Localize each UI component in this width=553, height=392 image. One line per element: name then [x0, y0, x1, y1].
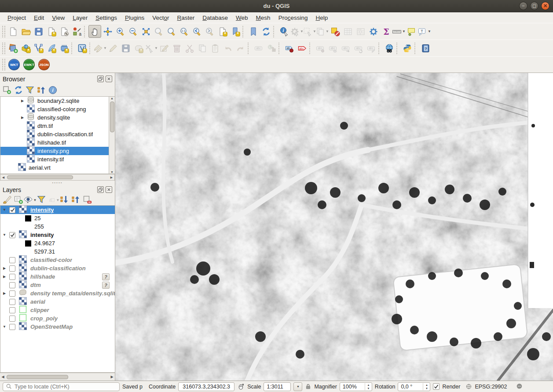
layer-item-openstreetmap[interactable]: ▼OpenStreetMap [0, 323, 115, 331]
zoom-to-selection-button[interactable] [152, 25, 165, 38]
layer-visibility-checkbox[interactable] [9, 316, 15, 322]
menu-raster[interactable]: Raster [173, 14, 199, 22]
filter-legend-button[interactable] [36, 195, 47, 205]
new-project-button[interactable] [7, 25, 19, 38]
layer-visibility-checkbox[interactable] [9, 307, 15, 313]
menu-help[interactable]: Help [311, 14, 332, 22]
locate-input[interactable] [15, 384, 117, 390]
properties-widget-button[interactable]: i [48, 85, 58, 96]
menu-plugins[interactable]: Plugins [121, 14, 148, 22]
scroll-thumb[interactable] [110, 102, 114, 132]
crs-globe-icon[interactable] [465, 383, 472, 390]
add-group-button[interactable] [13, 195, 24, 205]
show-bookmarks-button[interactable] [247, 25, 260, 38]
add-selected-layers-button[interactable] [2, 85, 12, 96]
expander-icon[interactable]: ▶ [0, 275, 8, 279]
layout-manager-button[interactable] [58, 25, 70, 38]
browser-float-button[interactable] [97, 76, 104, 82]
expand-all-button[interactable] [59, 195, 70, 205]
filter-by-expression-button[interactable]: ε▼ [48, 195, 58, 205]
scroll-right-arrow[interactable]: ▶ [109, 176, 114, 179]
menu-project[interactable]: Project [4, 14, 30, 22]
add-feature-button[interactable]: * [132, 42, 145, 54]
zoom-last-button[interactable] [190, 25, 203, 38]
browser-item-boundary2-sqlite[interactable]: ▶boundary2.sqlite [0, 97, 115, 105]
minimize-button[interactable]: − [519, 2, 527, 10]
layer-visibility-checkbox[interactable] [9, 232, 15, 238]
mouse-tracking-icon[interactable] [237, 383, 245, 390]
rotate-label-button[interactable]: abc [352, 42, 365, 54]
render-checkbox[interactable] [433, 383, 439, 390]
pan-map-button[interactable] [88, 25, 101, 38]
expander-icon[interactable]: ▶ [0, 266, 8, 270]
collapse-all-button[interactable] [36, 85, 47, 96]
layers-horizontal-scrollbar[interactable]: ◀ ▶ [0, 373, 115, 381]
processing-toolbox-button[interactable] [367, 25, 380, 38]
rotation-spinbox[interactable]: 0,0 ° ▲▼ [398, 382, 430, 391]
menu-view[interactable]: View [48, 14, 69, 22]
toggle-editing-button[interactable] [106, 42, 119, 54]
menu-edit[interactable]: Edit [30, 14, 48, 22]
vertex-tool-button[interactable]: ▼ [145, 42, 157, 54]
menu-web[interactable]: Web [232, 14, 252, 22]
measure-button[interactable]: ▼ [392, 25, 405, 38]
labeling-options-button[interactable]: ab [283, 42, 296, 54]
menu-processing[interactable]: Processing [275, 14, 312, 22]
layer-item-crop-poly[interactable]: crop_poly [0, 314, 115, 323]
statistical-summary-button[interactable]: Σ [380, 25, 392, 38]
python-console-button[interactable] [401, 42, 414, 54]
scroll-thumb[interactable] [7, 375, 68, 379]
select-by-value-button[interactable]: ▼ [316, 25, 329, 38]
scroll-left-arrow[interactable]: ◀ [0, 375, 6, 379]
layer-item-dublin-classification[interactable]: ▶dublin-classification [0, 264, 115, 272]
move-label-button[interactable]: abc [339, 42, 352, 54]
refresh-browser-button[interactable] [13, 85, 24, 96]
zoom-out-button[interactable] [127, 25, 139, 38]
panel-splitter[interactable]: ••••• [0, 181, 115, 185]
expander-icon[interactable]: ▶ [19, 116, 26, 120]
menu-vector[interactable]: Vector [148, 14, 173, 22]
expander-icon[interactable]: ▼ [0, 233, 8, 237]
open-attribute-table-button[interactable] [341, 25, 354, 38]
scroll-left-arrow[interactable]: ◀ [0, 176, 6, 179]
copy-features-button[interactable] [196, 42, 209, 54]
layer-item-hillshade[interactable]: ▶hillshade? [0, 272, 115, 281]
filter-browser-button[interactable] [25, 85, 35, 96]
add-vector-tile-button[interactable]: * [76, 42, 88, 54]
new-print-layout-button[interactable]: * [45, 25, 58, 38]
locate-box[interactable] [3, 382, 120, 391]
menu-database[interactable]: Database [198, 14, 232, 22]
help-button[interactable]: ? [419, 42, 432, 54]
identify-features-button[interactable]: i [278, 25, 290, 38]
scroll-up-arrow[interactable]: ▲ [110, 97, 114, 100]
magnifier-spinbox[interactable]: 100% ▲▼ [340, 382, 372, 391]
wkt-button[interactable]: WKT [8, 59, 20, 70]
zoom-full-button[interactable] [139, 25, 152, 38]
layer-visibility-checkbox[interactable] [9, 274, 15, 280]
layer-item-dtm[interactable]: dtm? [0, 281, 115, 289]
menu-layer[interactable]: Layer [69, 14, 92, 22]
browser-item-hillshade-tif[interactable]: hillshade.tif [0, 138, 115, 147]
delete-selected-button[interactable] [170, 42, 183, 54]
zoom-in-button[interactable] [114, 25, 127, 38]
save-project-button[interactable] [32, 25, 45, 38]
browser-item-density-sqlite[interactable]: ▶density.sqlite [0, 113, 115, 122]
layer-visibility-checkbox[interactable] [9, 324, 15, 330]
text-annotation-button[interactable]: T▼ [418, 25, 431, 38]
expander-icon[interactable]: ▼ [0, 325, 8, 329]
browser-item-intensity-png[interactable]: intensity.png [0, 147, 115, 155]
layer-item-aerial[interactable]: aerial [0, 298, 115, 306]
deselect-features-button[interactable] [329, 25, 341, 38]
browser-horizontal-scrollbar[interactable]: ◀ ▶ [0, 174, 115, 181]
close-button[interactable]: ✕ [541, 2, 549, 10]
layer-item-intensity[interactable]: ▼intensity [0, 231, 115, 239]
scroll-thumb[interactable] [7, 175, 73, 179]
messages-icon[interactable] [516, 383, 523, 390]
menu-mesh[interactable]: Mesh [252, 14, 275, 22]
style-manager-button[interactable]: a [70, 25, 83, 38]
undo-button[interactable] [221, 42, 234, 54]
label-toolbar-button[interactable]: abc [296, 42, 308, 54]
scale-dropdown-button[interactable]: ▼ [293, 382, 302, 391]
map-canvas[interactable] [115, 73, 553, 381]
layer-indicator-badge[interactable]: ? [102, 273, 110, 280]
